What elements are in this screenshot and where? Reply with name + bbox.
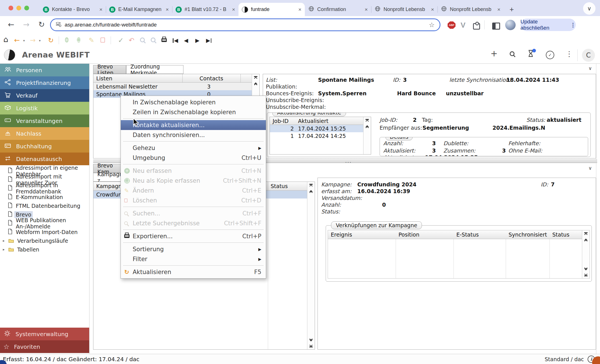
extensions-puzzle-icon[interactable] xyxy=(473,23,480,30)
tab-brevo-listen[interactable]: Brevo Listen xyxy=(93,65,126,74)
expand-caret-icon[interactable]: ▸ xyxy=(3,239,5,243)
browser-back-icon[interactable]: ← xyxy=(8,20,14,29)
copy-record-icon[interactable]: ❏ xyxy=(77,37,81,43)
scroll-page-up-icon[interactable] xyxy=(253,81,259,87)
sidebar-item-veranstaltungen[interactable]: Veranstaltungen xyxy=(0,114,89,127)
v-extension-icon[interactable]: V xyxy=(461,21,465,30)
browser-tab[interactable]: Nonprofit Lebensb × xyxy=(371,3,437,16)
scroll-top-icon[interactable] xyxy=(583,231,589,237)
back-icon[interactable]: ← xyxy=(14,36,20,44)
scroll-top-icon[interactable] xyxy=(308,183,314,188)
tree-item-ftml[interactable]: FTML Datenbearbeitung xyxy=(0,201,89,210)
update-button[interactable]: Update abschließen ⋮ xyxy=(520,19,576,31)
tab-zuordnung-merkmale[interactable]: Zuordnung Merkmale xyxy=(126,65,183,74)
tasks-check-circle-icon[interactable]: ✓ xyxy=(546,51,554,59)
scroll-page-down-icon[interactable] xyxy=(308,336,314,342)
menu-item-gehezu[interactable]: Gehezu ▶ xyxy=(121,143,266,153)
search-icon[interactable] xyxy=(140,37,145,43)
sidebar-item-favoriten[interactable]: ☆ Favoriten xyxy=(0,340,89,353)
tab-close-icon[interactable]: × xyxy=(166,7,169,12)
forward-dropdown-caret-icon[interactable]: ▾ xyxy=(39,39,41,43)
scroll-top-icon[interactable] xyxy=(253,75,259,81)
back-dropdown-caret-icon[interactable]: ▾ xyxy=(23,39,25,43)
menu-item-exportieren[interactable]: Exportieren... Ctrl+P xyxy=(121,231,266,241)
browser-menu-kebab-icon[interactable]: ⋮ xyxy=(570,22,576,28)
browser-profile-avatar[interactable] xyxy=(505,20,516,30)
browser-tab-active[interactable]: funtrade × xyxy=(238,3,305,16)
tab-close-icon[interactable]: × xyxy=(365,7,368,12)
window-zoom-button[interactable] xyxy=(24,6,29,10)
add-icon[interactable]: + xyxy=(490,48,498,58)
column-header-e-status[interactable]: E-Status xyxy=(456,231,479,238)
reload-icon[interactable]: ↻ xyxy=(48,36,54,44)
forward-icon[interactable]: → xyxy=(30,36,36,44)
tree-folder-tabellen[interactable]: ▸ Tabellen xyxy=(0,245,89,254)
column-header-status[interactable]: Status xyxy=(552,231,570,238)
browser-tab[interactable]: Confirmation × xyxy=(305,3,371,16)
undo-icon[interactable]: ↶ xyxy=(129,36,134,44)
tune-icon[interactable] xyxy=(56,25,61,25)
search-results-icon[interactable] xyxy=(151,37,156,43)
sidebar-item-buchhaltung[interactable]: Buchhaltung xyxy=(0,140,89,153)
menu-item-umgebung[interactable]: Umgebung Ctrl+U xyxy=(121,153,266,163)
tab-close-icon[interactable]: × xyxy=(298,7,301,12)
delete-trash-icon[interactable] xyxy=(100,37,105,44)
menu-item-in-zwischenablage-kopieren[interactable]: In Zwischenablage kopieren xyxy=(121,97,266,107)
column-header-aktualisiert[interactable]: Aktualisiert xyxy=(298,118,329,124)
user-avatar[interactable]: C xyxy=(582,49,595,62)
browser-tab[interactable]: B Kontakte - Brevo × xyxy=(40,3,106,16)
global-search-icon[interactable] xyxy=(510,51,514,57)
new-record-icon[interactable]: + xyxy=(65,37,69,43)
previous-record-icon[interactable]: ◀ xyxy=(184,37,188,43)
tab-close-icon[interactable]: × xyxy=(232,7,235,12)
menu-item-aktualisieren[interactable]: ↻ Aktualisieren F5 xyxy=(121,267,266,277)
tab-search-chevron-icon[interactable]: ∨ xyxy=(583,2,595,15)
tab-close-icon[interactable]: × xyxy=(99,7,102,12)
scroll-bottom-icon[interactable] xyxy=(583,272,589,277)
scroll-page-up-icon[interactable] xyxy=(583,238,589,243)
sidebar-item-projektfinanzierung[interactable]: Projektfinanzierung xyxy=(0,76,89,89)
last-record-icon[interactable]: ▶ xyxy=(206,37,211,43)
table-row-selected[interactable]: 2 17.04.2024 15:25 xyxy=(270,125,371,132)
expand-caret-icon[interactable]: ▸ xyxy=(3,247,5,252)
more-kebab-icon[interactable]: ⋮ xyxy=(566,50,573,58)
tab-close-icon[interactable]: × xyxy=(497,7,500,12)
browser-reload-icon[interactable]: ↻ xyxy=(38,20,45,29)
scroll-page-up-icon[interactable] xyxy=(308,189,314,195)
collapse-panel-chevron-icon[interactable]: ∨ xyxy=(588,165,592,171)
table-row[interactable]: 1 17.04.2024 14:25 xyxy=(270,132,371,140)
browser-tab[interactable]: Nonprofit Lebensb × xyxy=(437,3,504,16)
browser-tab[interactable]: B E-Mail Kampagnen × xyxy=(106,3,172,16)
scroll-page-down-icon[interactable] xyxy=(583,265,589,271)
sidebar-item-datenaustausch[interactable]: Datenaustausch xyxy=(0,153,89,165)
bookmark-star-icon[interactable]: ☆ xyxy=(429,21,435,28)
print-icon[interactable] xyxy=(161,38,167,43)
tab-close-icon[interactable]: × xyxy=(431,7,434,12)
window-close-button[interactable] xyxy=(8,6,13,10)
tree-folder-verarbeitungslaeufe[interactable]: ▸ Verarbeitungsläufe xyxy=(0,236,89,245)
tree-item-adressimport-fremd[interactable]: Adressimport in Fremddatenbank xyxy=(0,184,89,193)
browser-forward-icon[interactable]: → xyxy=(23,20,30,29)
sidebar-item-systemverwaltung[interactable]: Systemverwaltung xyxy=(0,328,89,340)
sidebar-item-verkauf[interactable]: Verkauf xyxy=(0,89,89,102)
column-header-job-id[interactable]: Job-ID xyxy=(273,118,288,124)
scroll-page-up-icon[interactable] xyxy=(364,124,370,130)
column-header-synchronisiert[interactable]: Synchronisiert xyxy=(509,231,547,238)
menu-item-zeilen-in-zwischenablage-kopieren[interactable]: Zeilen in Zwischenablage kopieren xyxy=(121,107,266,117)
edit-pencil-icon[interactable]: ✎ xyxy=(89,36,94,44)
first-record-icon[interactable]: ◀ xyxy=(173,37,178,43)
scroll-bottom-icon[interactable] xyxy=(308,343,314,348)
tree-item-web-publikationen[interactable]: WEB Publikationen An-/Abmelde xyxy=(0,219,89,228)
sidebar-item-personen[interactable]: Personen xyxy=(0,64,89,76)
confirm-check-icon[interactable]: ✓ xyxy=(118,36,124,44)
menu-item-daten-synchronisieren[interactable]: Daten synchronisieren... xyxy=(121,130,266,140)
collapse-panel-chevron-icon[interactable]: ∨ xyxy=(588,65,592,71)
new-tab-button[interactable]: + xyxy=(507,4,517,14)
browser-tab[interactable]: B #1 Blatt v10.72 - B × xyxy=(172,3,238,16)
address-bar[interactable]: asp.arenae.ch/funtrade-webift/funtrade ☆ xyxy=(50,19,440,31)
sidebar-item-logistik[interactable]: Logistik xyxy=(0,102,89,114)
menu-item-filter[interactable]: Filter ▶ xyxy=(121,254,266,264)
url-text[interactable]: asp.arenae.ch/funtrade-webift/funtrade xyxy=(65,22,157,28)
table-row[interactable]: Lebensmail Newsletter 3 xyxy=(93,83,259,90)
home-icon[interactable]: ⌂ xyxy=(3,35,8,44)
